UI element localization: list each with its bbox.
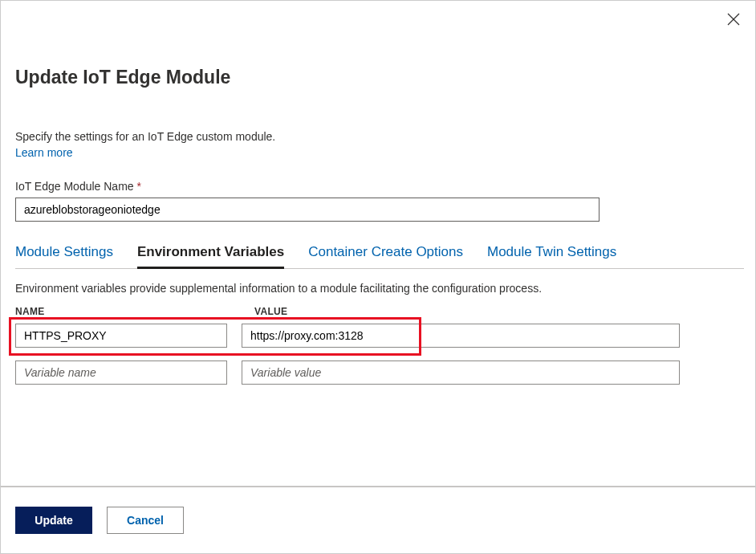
- update-button[interactable]: Update: [15, 507, 92, 534]
- tab-environment-variables[interactable]: Environment Variables: [137, 244, 284, 269]
- cancel-button[interactable]: Cancel: [107, 507, 184, 534]
- module-name-input[interactable]: [15, 198, 600, 222]
- module-name-label: IoT Edge Module Name *: [15, 180, 741, 193]
- tab-module-settings[interactable]: Module Settings: [15, 244, 113, 269]
- page-title: Update IoT Edge Module: [15, 67, 741, 88]
- learn-more-link[interactable]: Learn more: [15, 146, 73, 159]
- env-name-input-empty[interactable]: [15, 361, 227, 385]
- env-row-empty: [15, 361, 741, 385]
- env-description: Environment variables provide supplement…: [15, 282, 741, 295]
- env-vars-table: NAME VALUE: [15, 306, 741, 385]
- close-icon: [727, 13, 740, 28]
- env-header-name: NAME: [15, 306, 254, 317]
- tab-container-create-options[interactable]: Container Create Options: [308, 244, 463, 269]
- required-indicator: *: [137, 180, 141, 193]
- env-value-input[interactable]: [242, 324, 680, 348]
- env-name-input[interactable]: [15, 324, 227, 348]
- description-text: Specify the settings for an IoT Edge cus…: [15, 130, 741, 143]
- close-button[interactable]: [724, 10, 743, 30]
- footer: Update Cancel: [1, 486, 755, 553]
- tabs: Module Settings Environment Variables Co…: [15, 244, 744, 269]
- tab-module-twin-settings[interactable]: Module Twin Settings: [487, 244, 616, 269]
- env-header-value: VALUE: [254, 306, 287, 317]
- env-value-input-empty[interactable]: [242, 361, 680, 385]
- env-row: [15, 324, 741, 348]
